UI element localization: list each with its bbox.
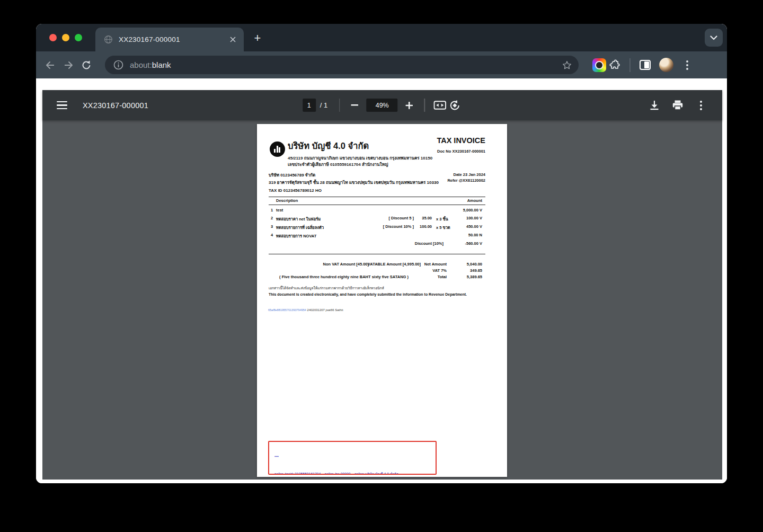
avatar — [659, 58, 673, 72]
column-header-amount: Amount — [467, 198, 482, 203]
discount-amount: -560.00 V — [465, 241, 482, 246]
pdf-viewport[interactable]: บริษัท บัญชี 4.0 จำกัด 45/2119 ถนนกาญจนา… — [42, 120, 722, 480]
row-number: 1 — [271, 208, 273, 212]
table-discount-row: Discount [10%] -560.00 V — [257, 241, 507, 247]
totals-row-net: Non VAT Amount [45.00] VATABLE Amount [4… — [257, 262, 507, 268]
row-number: 3 — [271, 224, 273, 229]
non-vat-amount-label: Non VAT Amount [45.00] — [323, 262, 369, 267]
discount-label: Discount [10%] — [415, 241, 443, 246]
disclaimer-thai: เอกสารนี้ได้จัดทำและส่งข้อมูลให้แก่กรมสร… — [269, 286, 384, 291]
bookmark-star-icon[interactable] — [562, 60, 572, 70]
toolbar-divider — [629, 58, 631, 72]
page-number-input[interactable]: 1 — [303, 99, 316, 112]
row-description: test — [276, 208, 283, 212]
row-amount: 450.00 V — [466, 224, 482, 229]
row-discount: [ Discount 10% ] — [383, 224, 414, 229]
tab-search-button[interactable] — [705, 29, 723, 47]
globe-favicon-icon — [104, 35, 113, 44]
totals-row-total: ( Five thousand three hundred eighty nin… — [257, 274, 507, 280]
print-icon — [672, 100, 683, 110]
url-text[interactable]: about:blank — [130, 60, 562, 69]
side-panel-icon — [640, 60, 651, 70]
side-panel-button[interactable] — [636, 56, 654, 74]
back-button[interactable] — [41, 56, 59, 74]
row-number: 4 — [271, 233, 273, 237]
row-number: 2 — [271, 216, 273, 220]
download-button[interactable] — [647, 98, 662, 113]
invoice-refer: Refer @XX61120002 — [447, 178, 485, 183]
table-rule-header — [269, 205, 485, 205]
new-tab-button[interactable]: + — [250, 31, 265, 46]
pdf-page-zoom-controls: 1 / 1 49% — [303, 98, 462, 113]
buyer-tax-id: TAX ID 0123456789012 HO — [269, 188, 322, 193]
back-arrow-icon — [45, 60, 56, 70]
tab-close-icon[interactable] — [226, 33, 239, 47]
pdf-document-title: XX230167-000001 — [83, 101, 148, 110]
site-info-icon[interactable] — [113, 60, 123, 70]
reload-button[interactable] — [77, 56, 95, 74]
pdf-viewer: XX230167-000001 1 / 1 49% — [42, 90, 722, 480]
column-header-description: Description — [276, 198, 298, 203]
bar-chart-icon — [274, 146, 281, 153]
fit-page-icon — [433, 101, 446, 110]
debug-line: seller_taxid: 0105559161704 seller_br: 0… — [274, 472, 430, 475]
kebab-menu-icon — [686, 60, 688, 70]
document-type-title: TAX INVOICE — [437, 136, 485, 145]
window-controls — [49, 34, 82, 41]
browser-tab[interactable]: XX230167-000001 — [95, 28, 244, 51]
table-row: 3 ทดสอบรายการที่ เฉลี่ยลงตัว [ Discount … — [257, 224, 507, 230]
table-rule-top — [269, 197, 485, 197]
table-row: 1 test 5,000.00 V — [257, 208, 507, 214]
invoice-date: Date 23 Jan 2024 — [454, 172, 485, 177]
zoom-out-button[interactable] — [348, 98, 362, 113]
rotate-button[interactable] — [447, 98, 462, 113]
browser-menu-button[interactable] — [678, 56, 696, 74]
download-icon — [650, 100, 659, 110]
row-discount: [ Discount 5 ] — [388, 216, 414, 220]
amount-in-words: ( Five thousand three hundred eighty nin… — [279, 274, 409, 279]
net-amount-value: 5,040.00 — [467, 262, 482, 267]
minimize-window-button[interactable] — [62, 34, 69, 41]
zoom-in-button[interactable] — [402, 98, 417, 113]
table-row: 2 ทดสอบราคา net ในฟอร์ม [ Discount 5 ] 3… — [257, 216, 507, 221]
row-quantity: x 3 ชิ้น — [436, 216, 448, 222]
vatable-amount-label: VATABLE Amount [4,995.00] — [368, 262, 421, 267]
debug-annotation-box: *** seller_taxid: 0105559161704 seller_b… — [268, 441, 437, 475]
pdf-more-options-button[interactable] — [694, 98, 708, 113]
seller-name: บริษัท บัญชี 4.0 จำกัด — [288, 139, 369, 153]
row-amount: 5,000.00 V — [463, 208, 482, 212]
profile-button[interactable] — [657, 56, 675, 74]
maximize-window-button[interactable] — [75, 34, 82, 41]
invoice-page: บริษัท บัญชี 4.0 จำกัด 45/2119 ถนนกาญจนา… — [257, 124, 507, 477]
close-window-button[interactable] — [49, 34, 57, 41]
debug-line: *** — [274, 455, 430, 460]
url-bar[interactable]: about:blank — [105, 56, 579, 74]
browser-toolbar: about:blank — [36, 51, 727, 78]
print-button[interactable] — [670, 98, 685, 113]
pdf-toolbar: XX230167-000001 1 / 1 49% — [42, 90, 722, 120]
extension-lens-icon[interactable] — [592, 58, 606, 72]
fit-to-width-button[interactable] — [432, 98, 447, 113]
extensions-puzzle-icon[interactable] — [606, 56, 624, 74]
row-description: ทดสอบรายการที่ เฉลี่ยลงตัว — [276, 224, 324, 230]
signature-hash-link[interactable]: 65af8e881955701393794954 — [268, 308, 306, 312]
url-host: blank — [152, 60, 171, 69]
buyer-address: 319 อาคารจัตุรัสจามจุรี ชั้น 28 ถนนพญาไท… — [269, 179, 439, 186]
page-count-label: / 1 — [320, 101, 327, 109]
tab-strip: XX230167-000001 + — [36, 24, 727, 51]
reload-icon — [81, 60, 92, 70]
browser-window: XX230167-000001 + — [36, 24, 727, 483]
forward-button[interactable] — [59, 56, 77, 74]
row-unit-price: 100.00 — [420, 224, 432, 229]
forward-arrow-icon — [63, 60, 74, 70]
pdf-toolbar-divider — [339, 99, 340, 112]
company-logo — [270, 141, 285, 157]
row-amount: 100.00 V — [466, 216, 482, 220]
signature-suffix: 2402031207 jsat66 Sathit — [306, 308, 343, 312]
vat-label: VAT 7% — [432, 268, 447, 273]
pdf-toolbar-divider — [424, 99, 425, 112]
row-quantity: x 5 ขวด — [436, 224, 450, 230]
pdf-menu-icon[interactable] — [57, 99, 69, 112]
buyer-name: บริษัท 0123456789 จำกัด — [269, 172, 315, 179]
zoom-level-input[interactable]: 49% — [367, 99, 398, 112]
